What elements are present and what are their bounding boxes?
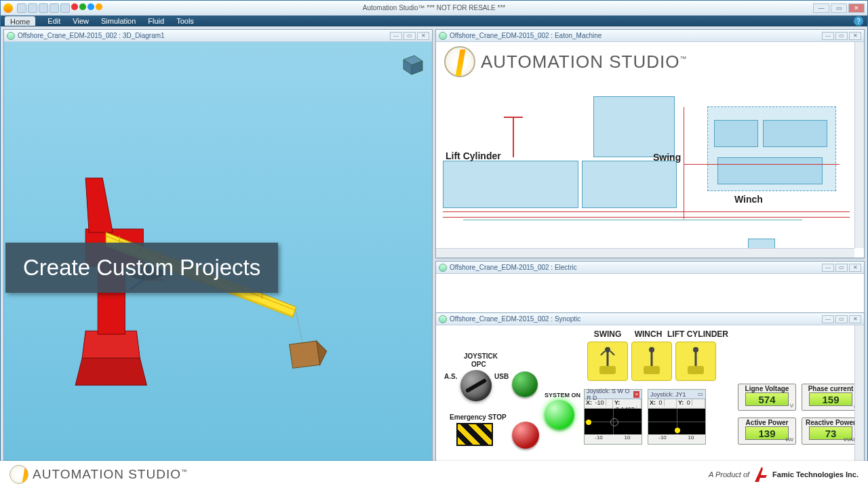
doc-icon — [439, 315, 447, 323]
child-minimize-icon[interactable]: — — [390, 32, 402, 40]
scrollbar-vertical[interactable] — [854, 325, 864, 484]
joystick-swing[interactable] — [587, 342, 628, 381]
close-button[interactable]: ✕ — [848, 3, 865, 13]
meter-ligne-voltage: Ligne Voltage574V — [738, 384, 796, 411]
child-maximize-icon[interactable]: ▭ — [835, 32, 848, 40]
ribbon-tabs: Home Edit View Simulation Fluid Tools ? — [1, 16, 867, 26]
svg-point-31 — [649, 347, 654, 352]
famic-logo-icon — [753, 466, 768, 483]
overlay-banner: Create Custom Projects — [5, 243, 278, 293]
minimize-button[interactable]: — — [813, 3, 829, 13]
window-title: Automation Studio™ *** NOT FOR RESALE **… — [363, 4, 505, 12]
lamp-system-on[interactable] — [545, 400, 574, 430]
doc-icon — [439, 32, 447, 40]
tab-fluid[interactable]: Fluid — [148, 17, 164, 25]
label-swing: SWING — [587, 329, 628, 339]
maximize-button[interactable]: ▭ — [831, 3, 847, 13]
label-joystick: JOYSTICK — [460, 352, 501, 360]
app-icon — [3, 3, 13, 13]
svg-rect-32 — [688, 366, 704, 374]
label-lift-cylinder: Lift Cylinder — [446, 150, 501, 161]
child-close-icon[interactable]: ✕ — [417, 32, 429, 40]
joystick-panel-a[interactable]: Joystick: S W O R D× X: -10Y: 0.1493 -10… — [584, 389, 642, 445]
child-minimize-icon[interactable]: — — [822, 315, 834, 323]
mdi-title-electric: Offshore_Crane_EDM-2015_002 : Electric — [450, 264, 577, 271]
quick-access-toolbar[interactable] — [17, 3, 102, 13]
label-estop: Emergency STOP — [450, 413, 507, 421]
footer-company: Famic Technologies Inc. — [772, 470, 859, 479]
label-system-on: SYSTEM ON — [545, 392, 580, 399]
label-swing: Swing — [653, 152, 681, 163]
mdi-title-eaton: Offshore_Crane_EDM-2015_002 : Eaton_Mach… — [450, 32, 601, 39]
footer-product-of: A Product of — [709, 470, 749, 479]
tab-simulation[interactable]: Simulation — [101, 17, 136, 25]
svg-point-34 — [693, 347, 698, 352]
brand-logo: AUTOMATION STUDIO™ — [444, 46, 687, 77]
child-maximize-icon[interactable]: ▭ — [835, 264, 848, 272]
emergency-stop-button[interactable] — [456, 423, 493, 446]
child-maximize-icon[interactable]: ▭ — [835, 315, 848, 323]
tab-edit[interactable]: Edit — [47, 17, 60, 25]
window-synoptic: Offshore_Crane_EDM-2015_002 : Synoptic —… — [435, 312, 865, 485]
mdi-title-synoptic: Offshore_Crane_EDM-2015_002 : Synoptic — [450, 315, 580, 323]
joystick-mode-selector[interactable] — [460, 370, 492, 401]
help-button[interactable]: ? — [854, 16, 863, 26]
title-bar: Automation Studio™ *** NOT FOR RESALE **… — [1, 1, 867, 16]
lamp-joystick[interactable] — [512, 371, 538, 397]
svg-rect-26 — [599, 366, 616, 374]
child-close-icon[interactable]: ✕ — [849, 32, 861, 40]
svg-rect-29 — [644, 366, 660, 374]
lamp-estop[interactable] — [512, 422, 539, 449]
svg-point-28 — [605, 347, 610, 352]
joystick-lift[interactable] — [675, 342, 716, 381]
svg-marker-4 — [85, 178, 113, 232]
mdi-title-3d: Offshore_Crane_EDM-2015_002 : 3D_Diagram… — [18, 32, 165, 39]
orientation-cube-icon[interactable] — [397, 47, 427, 77]
tab-tools[interactable]: Tools — [176, 17, 194, 25]
meter-active-power: Active Power139kW — [738, 418, 796, 445]
svg-marker-0 — [75, 358, 146, 385]
child-close-icon[interactable]: ✕ — [849, 264, 861, 272]
doc-icon — [439, 264, 447, 272]
label-winch: Winch — [734, 194, 763, 205]
footer-brand: AUTOMATION STUDIO — [33, 467, 181, 481]
svg-marker-1 — [82, 331, 140, 358]
child-close-icon[interactable]: ✕ — [849, 315, 861, 323]
scrollbar-horizontal[interactable] — [436, 248, 854, 258]
joystick-panel-b[interactable]: Joystick: JY1▭ X: 0Y: 0 -1010 — [648, 389, 706, 445]
tab-home[interactable]: Home — [5, 16, 35, 26]
meter-phase-current: Phase current159A — [802, 384, 860, 411]
label-lift-cylinder: LIFT CYLINDER — [664, 329, 732, 339]
label-winch: WINCH — [628, 329, 669, 339]
footer-bar: AUTOMATION STUDIO™ A Product of Famic Te… — [0, 461, 868, 488]
tab-view[interactable]: View — [73, 17, 89, 25]
window-eaton-machine: Offshore_Crane_EDM-2015_002 : Eaton_Mach… — [435, 29, 865, 258]
joystick-winch[interactable] — [631, 342, 672, 381]
scrollbar-vertical[interactable] — [854, 42, 864, 248]
close-icon[interactable]: × — [633, 391, 639, 398]
brand-logo-icon — [9, 465, 28, 484]
schematic-canvas[interactable]: AUTOMATION STUDIO™ — [436, 42, 864, 258]
child-minimize-icon[interactable]: — — [822, 32, 834, 40]
child-maximize-icon[interactable]: ▭ — [403, 32, 416, 40]
doc-icon — [7, 32, 15, 40]
meter-reactive-power: Reactive Power73kVAR — [802, 418, 860, 445]
child-minimize-icon[interactable]: — — [822, 264, 834, 272]
svg-line-20 — [296, 312, 303, 344]
svg-marker-21 — [290, 341, 320, 368]
